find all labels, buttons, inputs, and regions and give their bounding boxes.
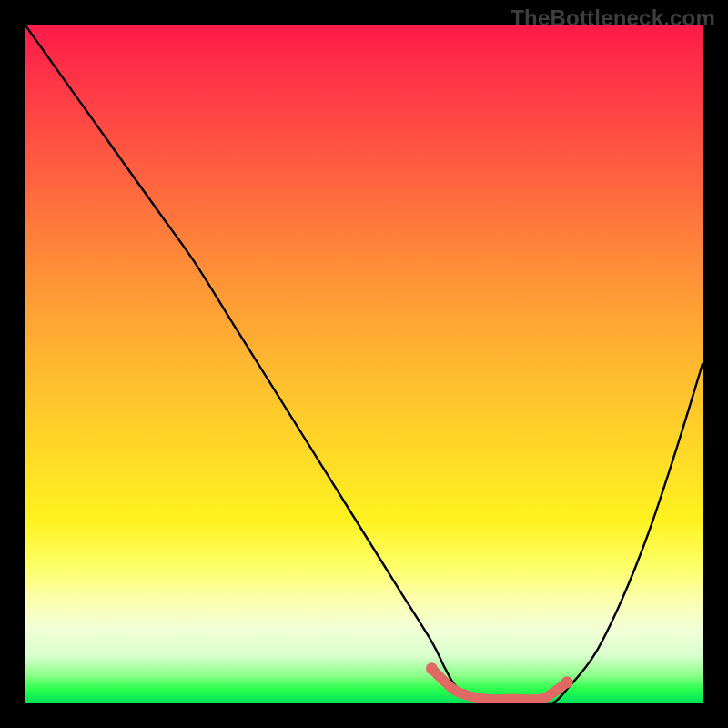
- chart-frame: TheBottleneck.com: [0, 0, 728, 728]
- highlight-dot-right: [561, 676, 573, 688]
- highlight-dot-left: [426, 662, 438, 674]
- plot-area: [25, 25, 703, 703]
- curve-svg: [25, 25, 703, 703]
- watermark-text: TheBottleneck.com: [511, 5, 715, 31]
- bottleneck-curve: [25, 25, 703, 703]
- highlight-segment: [431, 669, 567, 700]
